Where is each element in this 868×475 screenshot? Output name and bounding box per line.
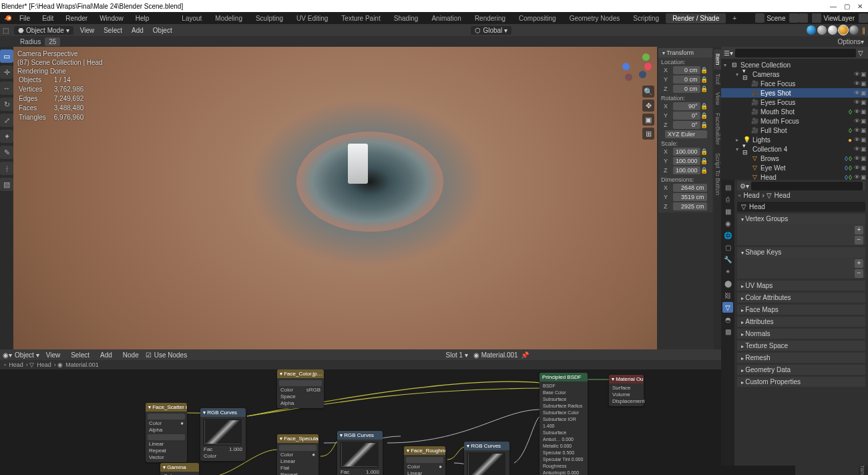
outliner-row[interactable]: ▾▾ ⊟Cameras👁▣ [721,69,868,79]
menu-help[interactable]: Help [130,15,156,22]
ne-select[interactable]: Select [67,351,93,359]
scl-z[interactable]: 100.000 [673,166,700,174]
gizmo-neg-z[interactable] [639,71,646,78]
tool-move[interactable]: ↔ [0,82,13,95]
outliner-row[interactable]: 🎥Mouth Shot◊👁▣ [721,107,868,116]
workspace-tab[interactable]: Rendering [468,13,512,23]
node-image-texture-scatter[interactable]: ▾ Face_Scatter map… Color●AlphaLinearRep… [146,403,187,462]
hdr-view[interactable]: View [75,27,99,34]
add-workspace-button[interactable]: + [726,13,743,23]
properties-search[interactable] [751,182,863,190]
node-editor-type-icon[interactable]: ◉▾ [3,351,12,359]
rotation-order[interactable]: XYZ Euler [665,130,707,138]
dim-z[interactable]: 2925 cm [673,202,707,210]
node-object-selector[interactable]: Object ▾ [15,351,39,359]
workspace-tab[interactable]: Animation [425,13,467,23]
maximize-button[interactable]: ▢ [840,3,853,10]
scene-selector[interactable]: Scene [751,13,789,23]
outliner-row[interactable]: 🎥Full Shot◊👁▣ [721,126,868,135]
ptab-scene[interactable]: ◉ [722,218,733,228]
prop-section-header[interactable]: Shape Keys [737,247,865,257]
outliner-row[interactable]: 🎥Eyes Focus👁▣ [721,98,868,107]
hdr-object[interactable]: Object [148,27,177,34]
mesh-name-field[interactable]: ▽ Head [737,202,865,212]
prop-section-header[interactable]: Geometry Data [737,365,865,375]
outliner-editor-icon[interactable]: ☰▾ [724,49,733,57]
orientation-selector[interactable]: ⬡ Global ▾ [471,26,511,35]
ptab-modifiers[interactable]: 🔧 [722,254,733,265]
shading-solid-icon[interactable] [817,25,827,35]
loc-x[interactable]: 0 cm [673,66,700,74]
prop-section-header[interactable]: Vertex Groups [737,214,865,224]
prop-section-header[interactable]: Face Maps [737,305,865,315]
rot-z[interactable]: 0° [673,121,700,129]
prop-section-header[interactable]: Attributes [737,317,865,327]
zoom-icon[interactable]: 🔍 [642,86,654,98]
gizmo-x-axis[interactable] [644,63,652,70]
outliner-row[interactable]: ▾▾ ⊟Collection 4👁▣ [721,144,868,154]
workspace-tab[interactable]: Layout [175,13,208,23]
hdr-select[interactable]: Select [99,27,127,34]
workspace-tab[interactable]: Render / Shade [666,13,726,23]
node-principled-bsdf[interactable]: Principled BSDF BSDFBase ColorSubsurface… [539,373,588,475]
loc-y[interactable]: 0 cm [673,75,700,84]
scl-y[interactable]: 100.000 [673,157,700,165]
pin-material-icon[interactable]: 📌 [521,351,529,359]
ptab-material[interactable]: ◓ [722,314,733,325]
node-gamma[interactable]: ▾ Gamma Color● [160,463,199,475]
3d-viewport[interactable]: Camera Perspective (87) Scene Collection… [13,47,657,349]
shading-rendered-icon[interactable] [839,25,848,35]
gizmo-y-axis[interactable] [642,53,650,61]
dim-x[interactable]: 2648 cm [673,184,707,192]
shading-wireframe-icon[interactable] [807,25,816,35]
remove-button[interactable]: − [855,269,863,278]
n-tab[interactable]: View [714,88,722,109]
rot-x[interactable]: 90° [673,102,700,110]
ptab-output[interactable]: ⎙ [722,194,733,204]
n-tab[interactable]: Tool [714,69,722,89]
node-image-texture-specular[interactable]: ▾ Face_Specular.jpg Color●LinearFlatRepe… [277,434,318,475]
prop-section-header[interactable]: Custom Properties [737,377,865,387]
prop-section-header[interactable]: Color Attributes [737,293,865,303]
ne-view[interactable]: View [42,351,65,359]
loc-z[interactable]: 0 cm [673,85,700,93]
viewlayer-selector[interactable]: ViewLayer [808,13,859,23]
node-rgb-curves-1[interactable]: ▾ RGB Curves Fac1.000Color [200,408,246,461]
new-scene-icon[interactable] [799,13,808,23]
gizmo-neg-x[interactable] [625,73,632,81]
outliner-row[interactable]: 🎥Eyes Shot👁▣ [721,88,868,98]
material-selector[interactable]: ◉ Material.001 [473,351,518,359]
ptab-world[interactable]: 🌐 [722,230,733,241]
menu-file[interactable]: File [13,15,36,22]
dim-y[interactable]: 3519 cm [673,193,707,201]
add-button[interactable]: + [855,259,863,268]
workspace-tab[interactable]: Geometry Nodes [563,13,627,23]
workspace-tab[interactable]: Compositing [512,13,563,23]
menu-window[interactable]: Window [93,15,130,22]
node-image-texture-roughness[interactable]: ▾ Face_Roughness.jp… Color●LinearFlatRep… [404,446,445,475]
use-nodes-checkbox[interactable]: ☑ [146,351,152,359]
node-rgb-curves-2[interactable]: ▾ RGB Curves Fac1.000Color [337,431,383,475]
ptab-object[interactable]: ▢ [722,242,733,253]
menu-edit[interactable]: Edit [36,15,59,22]
tool-annotate[interactable]: ✎ [0,146,13,159]
editor-type-icon[interactable]: ⬚ [3,27,12,34]
radius-field[interactable]: 25 [45,37,60,46]
prop-section-header[interactable]: Texture Space [737,341,865,351]
node-material-output[interactable]: ▾ Material Output SurfaceVolumeDisplacem… [609,375,644,406]
tool-scale[interactable]: ⤢ [0,114,13,127]
prop-section-header[interactable]: UV Maps [737,281,865,291]
workspace-tab[interactable]: Texture Paint [335,13,387,23]
nav-gizmo[interactable] [622,52,652,82]
outliner-row[interactable]: 🎥Mouth Focus👁▣ [721,116,868,126]
outliner-row[interactable]: ▽Eye Wet◊◊👁▣ [721,163,868,172]
ptab-texture[interactable]: ▩ [722,326,733,337]
tool-addcube[interactable]: ▧ [0,178,13,191]
shading-matpreview-icon[interactable] [828,25,837,35]
tool-transform[interactable]: ✦ [0,130,13,143]
gizmo-z-axis[interactable] [622,63,630,70]
n-tab[interactable]: Item [714,49,722,69]
mode-selector[interactable]: ⬣ Object Mode ▾ [14,26,73,35]
tool-measure[interactable]: ⟊ [0,162,13,175]
scl-x[interactable]: 100.000 [673,148,700,156]
